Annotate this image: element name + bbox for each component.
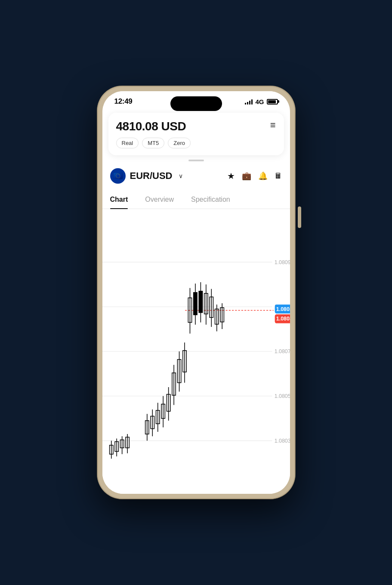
- svg-text:1.08097: 1.08097: [274, 259, 290, 265]
- signal-bar-2: [247, 102, 248, 105]
- candlestick-chart: 1.08097 1.08085 1.08075 1.08053 1.08030: [102, 209, 290, 494]
- instrument-name[interactable]: EUR/USD: [130, 170, 173, 182]
- tag-real[interactable]: Real: [116, 138, 139, 148]
- bell-icon[interactable]: 🔔: [258, 171, 268, 181]
- account-tags: Real MT5 Zero: [116, 138, 191, 148]
- status-right: 4G: [245, 98, 278, 105]
- favorite-star-icon[interactable]: ★: [227, 171, 235, 181]
- svg-rect-40: [199, 291, 202, 313]
- phone-screen: 12:49 4G 4810.08 USD: [102, 91, 290, 494]
- scroll-indicator: [102, 160, 290, 161]
- network-type: 4G: [255, 98, 264, 105]
- tag-mt5[interactable]: MT5: [142, 138, 164, 148]
- phone-frame: 12:49 4G 4810.08 USD: [97, 86, 295, 499]
- signal-bar-1: [245, 103, 246, 105]
- phone-wrapper: 12:49 4G 4810.08 USD: [84, 82, 308, 503]
- svg-text:1.08075: 1.08075: [274, 348, 290, 354]
- battery-icon: [267, 99, 278, 105]
- svg-text:1.08053: 1.08053: [274, 393, 290, 399]
- svg-text:1.08030: 1.08030: [274, 438, 290, 444]
- header-card: 4810.08 USD Real MT5 Zero ≡: [108, 113, 284, 155]
- signal-bars-icon: [245, 99, 253, 105]
- status-time: 12:49: [114, 97, 133, 106]
- tabs-bar: Chart Overview Specification: [102, 191, 290, 209]
- scroll-pill: [188, 160, 204, 161]
- battery-fill: [268, 100, 276, 103]
- svg-text:1.08085: 1.08085: [276, 316, 290, 322]
- chevron-down-icon[interactable]: ∨: [179, 172, 183, 179]
- instrument-left: 🇪🇺 EUR/USD ∨: [110, 168, 183, 184]
- tab-specification[interactable]: Specification: [191, 191, 230, 209]
- signal-bar-3: [249, 101, 250, 105]
- tab-chart[interactable]: Chart: [110, 191, 128, 209]
- tab-overview[interactable]: Overview: [145, 191, 174, 209]
- chart-area: 1.08097 1.08085 1.08075 1.08053 1.08030: [102, 209, 290, 494]
- dynamic-island: [170, 96, 222, 111]
- currency-flag-icon: 🇪🇺: [110, 168, 126, 184]
- svg-rect-38: [193, 292, 197, 315]
- instrument-actions: ★ 💼 🔔 🖩: [227, 171, 282, 181]
- account-balance: 4810.08 USD: [116, 120, 191, 133]
- instrument-header: 🇪🇺 EUR/USD ∨ ★ 💼 🔔 🖩: [102, 164, 290, 188]
- calculator-icon[interactable]: 🖩: [275, 172, 282, 181]
- volume-button: [298, 206, 301, 228]
- tag-zero[interactable]: Zero: [168, 138, 191, 148]
- menu-icon[interactable]: ≡: [270, 120, 276, 130]
- account-info: 4810.08 USD Real MT5 Zero: [116, 120, 191, 148]
- briefcase-icon[interactable]: 💼: [242, 171, 251, 181]
- signal-bar-4: [251, 99, 253, 105]
- svg-text:1.08085: 1.08085: [276, 306, 290, 312]
